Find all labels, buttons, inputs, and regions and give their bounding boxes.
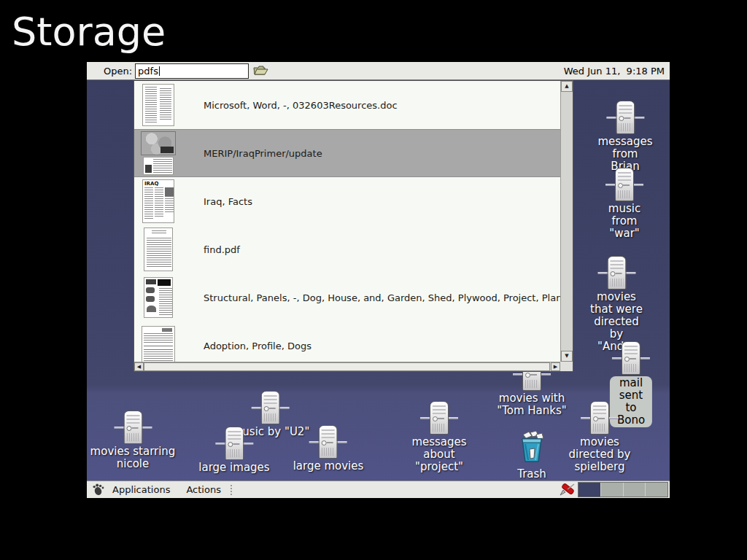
workspace-4[interactable] — [646, 483, 667, 497]
document-thumbnail — [134, 131, 182, 175]
computer-slot — [530, 374, 537, 376]
computer-slot — [623, 184, 630, 186]
result-label: find.pdf — [204, 244, 240, 255]
computer-icon — [258, 391, 283, 424]
scroll-right-button[interactable]: ▶ — [551, 362, 560, 371]
desktop-icon-large-images[interactable]: large images — [198, 427, 269, 474]
menu-applications[interactable]: Applications — [104, 484, 178, 495]
computer-icon — [612, 168, 637, 201]
result-row[interactable]: Microsoft, Word, -, 032603Resources.doc — [134, 81, 560, 129]
results-list: Microsoft, Word, -, 032603Resources.doc … — [134, 81, 560, 362]
horizontal-scrollbar[interactable]: ◀ ▶ — [134, 362, 560, 371]
bottom-panel: Applications Actions — [87, 481, 670, 498]
panel-handle[interactable] — [231, 485, 234, 495]
desktop-icon-trash[interactable]: Trash — [516, 430, 548, 481]
desktop-icon-music-from-war[interactable]: music from "war" — [602, 168, 647, 240]
computer-led — [228, 442, 233, 447]
document-thumbnail — [134, 326, 182, 362]
scroll-up-button[interactable]: ▲ — [561, 81, 573, 92]
result-label: Microsoft, Word, -, 032603Resources.doc — [204, 100, 398, 111]
desktop-icon-label: Trash — [517, 468, 546, 481]
result-label: Structural, Panels, -, Dog, House, and, … — [204, 292, 560, 303]
computer-led — [618, 183, 623, 188]
scrollbar-corner — [560, 362, 573, 371]
desktop-icon-label: messages about "project" — [399, 436, 479, 473]
computer-led — [619, 116, 624, 121]
desktop-icon-movies-directed-by-spielberg[interactable]: movies directed by spielberg — [565, 401, 635, 473]
computer-led — [433, 416, 438, 421]
computer-led — [610, 271, 615, 276]
result-row[interactable]: Structural, Panels, -, Dog, House, and, … — [134, 273, 560, 322]
desktop-icon-label: large images — [198, 462, 269, 474]
utility-knife-icon[interactable] — [559, 483, 575, 497]
computer-icon — [120, 411, 145, 444]
menu-actions[interactable]: Actions — [178, 484, 229, 495]
result-row-selected[interactable]: MERIP/IraqPrimer/update — [134, 129, 560, 177]
document-thumbnail — [134, 277, 182, 318]
computer-icon — [619, 341, 643, 375]
scroll-down-button[interactable]: ▼ — [561, 351, 573, 362]
computer-led — [525, 373, 530, 378]
thumbnail-masthead: IRAQ — [144, 181, 158, 187]
workspace-switcher — [578, 482, 668, 497]
page-title: Storage — [12, 9, 166, 55]
open-folder-icon — [253, 67, 268, 78]
desktop-icon-movies-directed-by-andy[interactable]: movies that were directed by "Andy" — [590, 256, 643, 353]
computer-slot — [438, 418, 444, 419]
workspace-2[interactable] — [601, 483, 624, 497]
computer-icon — [222, 427, 247, 460]
document-thumbnail: IRAQ — [134, 179, 182, 223]
clock: Wed Jun 11, 9:18 PM — [564, 66, 665, 77]
trash-can-icon — [516, 430, 548, 467]
desktop-icon-label: movies directed by spielberg — [565, 436, 635, 473]
workspace-1-active[interactable] — [578, 483, 601, 497]
search-results-popup: Microsoft, Word, -, 032603Resources.doc … — [133, 80, 573, 372]
computer-slot — [327, 442, 333, 443]
computer-slot — [630, 358, 636, 359]
open-label: Open: — [104, 66, 132, 77]
gnome-foot-icon — [92, 483, 104, 496]
computer-led — [593, 416, 598, 421]
open-input-value: pdfs — [138, 66, 158, 77]
screen: Storage messages from Brian music from "… — [0, 0, 747, 560]
desktop: messages from Brian music from "war" mov… — [87, 62, 670, 498]
open-bar: Open: pdfs Wed Jun 11, 9:18 PM — [87, 62, 670, 80]
computer-icon — [613, 101, 638, 134]
computer-icon — [604, 256, 629, 289]
scroll-left-button[interactable]: ◀ — [134, 362, 144, 371]
result-row[interactable]: Adoption, Profile, Dogs — [134, 322, 560, 362]
result-row[interactable]: IRAQ Iraq, Facts — [134, 177, 560, 225]
browse-folder-button[interactable] — [252, 64, 268, 77]
workspace-3[interactable] — [624, 483, 646, 497]
desktop-icon-messages-from-brian[interactable]: messages from Brian — [597, 101, 652, 173]
computer-slot — [131, 427, 138, 429]
desktop-icon-label: movies starring nicole — [87, 446, 182, 470]
vertical-scrollbar[interactable]: ▲ ▼ — [560, 81, 573, 362]
computer-slot — [598, 418, 605, 419]
document-thumbnail — [134, 84, 182, 126]
document-thumbnail — [134, 228, 182, 271]
computer-slot — [624, 117, 630, 119]
computer-icon — [427, 401, 452, 435]
computer-slot — [269, 408, 276, 409]
horizontal-scroll-thumb[interactable] — [144, 362, 550, 371]
computer-led — [126, 426, 131, 431]
desktop-icon-large-movies[interactable]: large movies — [293, 425, 364, 472]
text-caret — [159, 66, 160, 76]
result-row[interactable]: find.pdf — [134, 225, 560, 273]
result-label: Adoption, Profile, Dogs — [204, 341, 311, 351]
open-input[interactable]: pdfs — [135, 63, 249, 79]
computer-slot — [615, 273, 622, 274]
result-label: Iraq, Facts — [204, 196, 252, 207]
desktop-icon-label: music from "war" — [602, 203, 647, 240]
result-label: MERIP/IraqPrimer/update — [204, 148, 322, 159]
computer-slot — [233, 443, 239, 445]
desktop-icon-messages-about-project[interactable]: messages about "project" — [399, 401, 479, 473]
desktop-icon-movies-starring-nicole[interactable]: movies starring nicole — [87, 411, 182, 470]
computer-icon — [587, 401, 612, 435]
desktop-icon-label: large movies — [293, 460, 364, 472]
computer-icon — [316, 425, 341, 459]
